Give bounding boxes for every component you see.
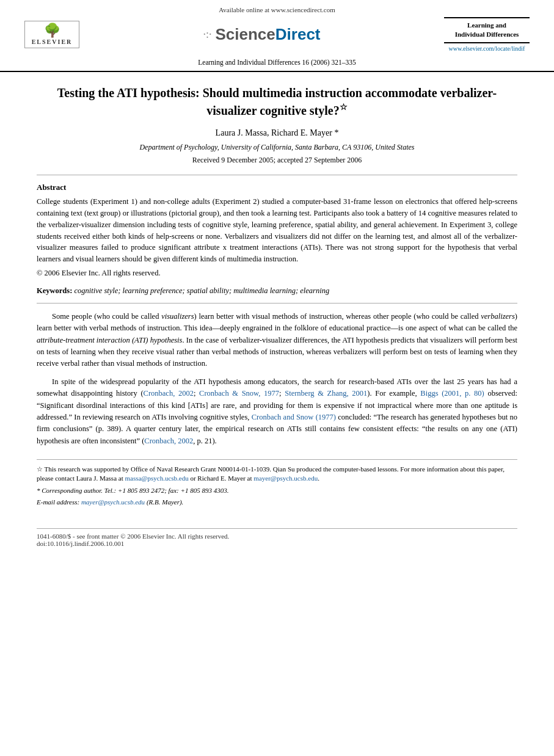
footnote-or: or Richard E. Mayer at [190, 474, 253, 482]
copyright: © 2006 Elsevier Inc. All rights reserved… [37, 269, 517, 278]
header-middle: 🌳 ELSEVIER ·:· ScienceDirect Learning an… [24, 17, 530, 52]
footnote-email1[interactable]: massa@psych.ucsb.edu [125, 474, 188, 482]
visualizers-term: visualizers [161, 312, 194, 321]
journal-title-box-area: Learning and Individual Differences www.… [444, 17, 530, 52]
journal-title-line2: Individual Differences [455, 31, 519, 38]
footnote-corresponding: * Corresponding author. Tel.: +1 805 893… [37, 486, 517, 495]
sciencedirect-name: ScienceDirect [216, 25, 321, 44]
divider-bottom [37, 303, 517, 303]
footnote-period1: . [318, 474, 319, 482]
affiliation: Department of Psychology, University of … [37, 143, 517, 152]
abstract-text: College students (Experiment 1) and non-… [37, 196, 517, 265]
ati-term: attribute-treatment interaction (ATI) hy… [37, 336, 182, 344]
ref-cronbach-2002[interactable]: Cronbach, 2002 [144, 389, 194, 398]
keywords-label: Keywords: [37, 286, 72, 295]
elsevier-logo: 🌳 ELSEVIER [24, 21, 79, 48]
footnote-star: ☆ [340, 103, 348, 112]
sciencedirect-logo-area: ·:· ScienceDirect [79, 25, 444, 44]
abstract-section: Abstract College students (Experiment 1)… [37, 183, 517, 278]
elsevier-label: ELSEVIER [27, 38, 76, 45]
verbalizers-term: verbalizers [481, 312, 515, 321]
footnote-email2[interactable]: mayer@psych.ucsb.edu [253, 474, 318, 482]
ref-cronbach-snow-1977[interactable]: Cronbach & Snow, 1977 [199, 389, 279, 398]
authors: Laura J. Massa, Richard E. Mayer * [37, 128, 517, 138]
journal-title-box: Learning and Individual Differences [444, 17, 530, 43]
footnote-rb-mayer: (R.B. Mayer). [147, 498, 183, 506]
ref-biggs-2001[interactable]: Biggs (2001, p. 80) [420, 389, 484, 398]
available-online: Available online at www.sciencedirect.co… [24, 6, 530, 13]
ref-cronbach-snow-1977b[interactable]: Cronbach and Snow (1977) [252, 413, 336, 421]
footer-doi: doi:10.1016/j.lindif.2006.10.001 [37, 540, 517, 547]
journal-url: www.elsevier.com/locate/lindif [444, 45, 530, 52]
footnote-corresponding-label: * Corresponding author. Tel.: +1 805 893… [37, 487, 228, 494]
ref-cronbach-2002b[interactable]: Cronbach, 2002 [144, 437, 193, 445]
divider-top [37, 175, 517, 175]
page: Available online at www.sciencedirect.co… [0, 0, 554, 756]
page-footer: 1041-6080/$ - see front matter © 2006 El… [37, 528, 517, 547]
footnote-star-item: ☆ This research was supported by Office … [37, 465, 517, 484]
elsevier-tree-icon: 🌳 [27, 24, 76, 37]
sciencedirect-logo: ·:· ScienceDirect [79, 25, 444, 44]
journal-title-line1: Learning and [467, 21, 506, 29]
received-date: Received 9 December 2005; accepted 27 Se… [37, 156, 517, 165]
keywords: Keywords: cognitive style; learning pref… [37, 286, 517, 296]
header: Available online at www.sciencedirect.co… [0, 0, 554, 72]
abstract-title: Abstract [37, 183, 517, 192]
sd-dots-icon: ·:· [203, 28, 211, 41]
ref-sternberg-zhang-2001[interactable]: Sternberg & Zhang, 2001 [285, 389, 367, 398]
body-paragraph-1: Some people (who could be called visuali… [37, 311, 517, 370]
article-title: Testing the ATI hypothesis: Should multi… [37, 84, 517, 119]
keywords-text: cognitive style; learning preference; sp… [74, 286, 329, 295]
footnote-email3[interactable]: mayer@psych.ucsb.edu [81, 498, 145, 506]
main-content: Testing the ATI hypothesis: Should multi… [0, 72, 554, 522]
footnote-star-symbol: ☆ [37, 465, 45, 473]
footnote-email-item: E-mail address: mayer@psych.ucsb.edu (R.… [37, 498, 517, 507]
footer-issn: 1041-6080/$ - see front matter © 2006 El… [37, 532, 517, 540]
body-paragraph-2: In spite of the widespread popularity of… [37, 376, 517, 447]
journal-volume: Learning and Individual Differences 16 (… [24, 56, 530, 71]
footnote-email-label: E-mail address: [37, 498, 81, 506]
footnotes: ☆ This research was supported by Office … [37, 459, 517, 507]
